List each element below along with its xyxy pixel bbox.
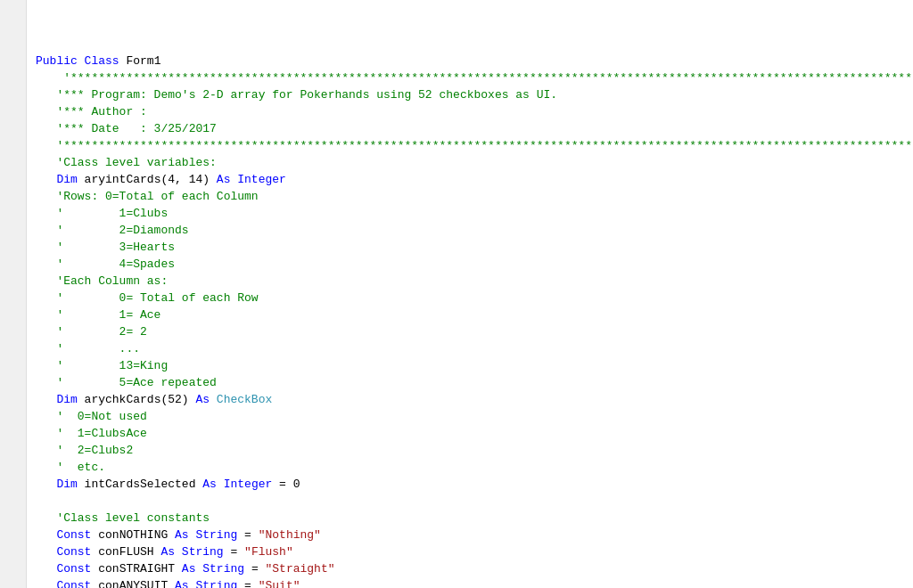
code-token [189,577,196,588]
line-number [5,323,21,340]
code-token: As [175,527,189,543]
code-line: Dim arychkCards(52) As CheckBox [36,391,913,408]
line-number [5,188,21,205]
code-token: ' 1=ClubsAce [36,425,147,442]
line-number [5,290,21,306]
code-token: CheckBox [217,391,272,408]
line-number [5,53,21,69]
code-line [36,493,913,510]
code-token: Const [56,543,91,560]
code-token: ' 13=King [36,357,168,374]
line-number [5,560,21,577]
code-token: ' 2=Diamonds [36,222,189,239]
code-token: ' 2=Clubs2 [36,442,133,459]
code-token: 'Class level variables: [36,154,217,171]
code-line: ' 1=ClubsAce [36,425,913,442]
code-line: '***************************************… [36,137,913,154]
code-line: 'Class level variables: [36,154,913,171]
code-token: '*** Program: Demo's 2-D array for Poker… [36,86,557,103]
line-number [5,86,21,103]
line-number [5,543,21,560]
code-line: ' etc. [36,459,913,476]
code-line: ' 0=Not used [36,408,913,425]
line-number [5,306,21,323]
line-number [5,36,21,53]
code-line: Dim intCardsSelected As Integer = 0 [36,476,913,493]
code-token: Integer [237,171,286,188]
code-line: Dim aryintCards(4, 14) As Integer [36,171,913,188]
code-token [36,577,56,588]
code-token [230,171,237,188]
code-token: Const [56,577,91,588]
code-token: aryintCards(4, 14) [78,171,217,188]
line-number [5,222,21,239]
line-number [5,340,21,357]
code-token: ' 4=Spades [36,256,175,273]
code-line: Const conNOTHING As String = "Nothing" [36,527,913,543]
code-token: As [182,560,196,577]
line-number [5,459,21,476]
code-line: ' 4=Spades [36,256,913,273]
code-token: As [160,543,175,560]
code-line: Const conSTRAIGHT As String = "Straight" [36,560,913,577]
code-token: ' 3=Hearts [36,239,175,256]
code-token: "Nothing" [259,527,321,543]
line-number [5,2,21,19]
code-line: '*** Program: Demo's 2-D array for Poker… [36,86,913,103]
code-line: 'Rows: 0=Total of each Column [36,188,913,205]
code-token: 'Class level constants [36,510,210,527]
line-number [5,493,21,510]
code-token: Const [56,560,91,577]
code-token [36,391,56,408]
code-line: ' 5=Ace repeated [36,374,913,391]
code-token: Class [78,53,127,69]
line-number [5,527,21,543]
code-line: ' ... [36,340,913,357]
code-token: ' 1=Clubs [36,205,168,222]
code-token [36,543,56,560]
code-token: "Straight" [265,560,334,577]
code-token: = [237,527,258,543]
code-token: '*** Date : 3/25/2017 [36,120,217,137]
line-number [5,19,21,36]
code-token [36,171,56,188]
code-token: ' 0=Not used [36,408,147,425]
code-token: '*** Author : [36,103,147,120]
code-content[interactable]: Public Class Form1 '********************… [27,0,913,588]
line-number [5,391,21,408]
code-token: = [244,560,265,577]
code-line: ' 1= Ace [36,306,913,323]
line-number [5,171,21,188]
code-token: 'Rows: 0=Total of each Column [36,188,259,205]
code-token: intCardsSelected [78,476,202,493]
code-token: Integer [224,476,273,493]
code-token: = [224,543,244,560]
code-token: String [182,543,224,560]
code-line: '*** Author : [36,103,913,120]
code-token [195,560,202,577]
line-number [5,239,21,256]
code-token: ' 2= 2 [36,323,147,340]
line-number [5,510,21,527]
code-line: ' 1=Clubs [36,205,913,222]
code-token: conNOTHING [91,527,175,543]
code-token: Const [56,527,91,543]
line-number [5,154,21,171]
line-number [5,357,21,374]
line-number [5,137,21,154]
line-number [5,205,21,222]
line-number [5,476,21,493]
code-token: 'Each Column as: [36,273,168,290]
code-token: = [237,577,258,588]
code-line: '*** Date : 3/25/2017 [36,120,913,137]
code-token: ' ... [36,340,140,357]
code-token: As [217,171,231,188]
code-token: As [175,577,189,588]
code-token [210,391,217,408]
code-editor: Public Class Form1 '********************… [0,0,913,588]
code-token: conSTRAIGHT [91,560,181,577]
code-token: Public [36,53,78,69]
code-token: conANYSUIT [91,577,175,588]
code-token: String [202,560,244,577]
code-token: ' etc. [36,459,105,476]
